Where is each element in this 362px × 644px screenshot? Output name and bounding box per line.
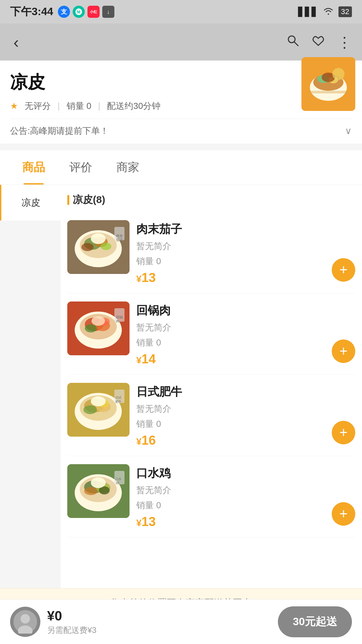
- svg-point-22: [91, 233, 106, 244]
- category-title: 凉皮(8): [73, 193, 105, 207]
- add-button-4[interactable]: +: [332, 502, 355, 526]
- add-button-2[interactable]: +: [332, 339, 355, 363]
- xiaohong-icon: 小红: [87, 6, 100, 18]
- product-info-3: 日式肥牛 暂无简介 销量 0 ¥16: [136, 383, 325, 448]
- product-item: 日式 肥牛 日式肥牛 暂无简介 销量 0 ¥16 +: [67, 375, 355, 456]
- wifi-icon: [323, 6, 334, 18]
- price-yuan-1: ¥: [136, 274, 142, 284]
- announcement-text: 公告:高峰期请提前下单！: [10, 125, 109, 137]
- tab-reviews[interactable]: 评价: [57, 150, 104, 185]
- cart-min-order: 另需配送费¥3: [47, 625, 271, 636]
- svg-point-20: [81, 243, 94, 251]
- category-bar-indicator: [67, 195, 69, 205]
- product-item: 回锅 肉 回锅肉 暂无简介 销量 0 ¥14 +: [67, 293, 355, 375]
- nav-left: ‹: [10, 30, 22, 55]
- svg-point-57: [21, 614, 30, 623]
- favorite-button[interactable]: [312, 34, 325, 50]
- product-sales-1: 销量 0: [136, 255, 325, 267]
- status-bar: 下午3:44 支 M 小红 ↓ ▋▋▋ 32: [0, 0, 362, 24]
- thumbnail-food-image: [301, 57, 355, 111]
- store-delivery-time: 配送约30分钟: [107, 100, 160, 112]
- price-yuan-3: ¥: [136, 436, 142, 447]
- svg-text:M: M: [77, 10, 80, 14]
- product-item: 口水 鸡 口水鸡 暂无简介 销量 0 ¥13 +: [67, 456, 355, 537]
- add-button-1[interactable]: +: [332, 258, 355, 282]
- product-info-2: 回锅肉 暂无简介 销量 0 ¥14: [136, 301, 325, 366]
- svg-text:茄子: 茄子: [116, 238, 123, 242]
- tab-merchant[interactable]: 商家: [104, 150, 151, 185]
- sidebar: 凉皮: [0, 185, 61, 588]
- product-list: 凉皮(8) 肉末 茄子 肉末茄子: [61, 185, 362, 588]
- status-icons: 支 M 小红 ↓: [58, 6, 114, 18]
- product-sales-3: 销量 0: [136, 418, 325, 430]
- product-image-3: 日式 肥牛: [67, 383, 130, 437]
- download-icon: ↓: [102, 6, 114, 18]
- svg-line-3: [294, 42, 298, 46]
- svg-text:日式: 日式: [115, 396, 121, 399]
- product-price-3: ¥16: [136, 433, 325, 448]
- svg-point-21: [101, 243, 111, 250]
- svg-point-33: [92, 316, 105, 326]
- svg-text:肉: 肉: [116, 319, 119, 323]
- product-price-2: ¥14: [136, 352, 325, 366]
- store-meta: ★ 无评分 | 销量 0 | 配送约30分钟: [10, 100, 352, 112]
- store-sales: 销量 0: [67, 100, 92, 112]
- product-image-2: 回锅 肉: [67, 301, 130, 355]
- store-rating: 无评分: [25, 100, 51, 112]
- tab-products[interactable]: 商品: [10, 150, 57, 185]
- product-image-4: 口水 鸡: [67, 464, 130, 518]
- svg-text:鸡: 鸡: [116, 481, 119, 485]
- announcement-bar: 公告:高峰期请提前下单！ ∨: [10, 119, 352, 144]
- svg-point-53: [84, 487, 98, 495]
- back-button[interactable]: ‹: [10, 30, 22, 55]
- add-button-3[interactable]: +: [332, 421, 355, 444]
- chevron-down-icon[interactable]: ∨: [345, 125, 352, 136]
- status-time: 下午3:44: [10, 4, 53, 19]
- product-name-3: 日式肥牛: [136, 384, 325, 400]
- cart-avatar: [10, 607, 40, 637]
- product-desc-4: 暂无简介: [136, 484, 325, 496]
- svg-text:口水: 口水: [115, 477, 121, 481]
- svg-point-44: [91, 396, 106, 406]
- content-area: 凉皮 凉皮(8) 肉末 茄子: [0, 185, 362, 588]
- bottom-bar: ¥0 另需配送费¥3 30元起送: [0, 599, 362, 644]
- signal-icon: ▋▋▋: [298, 7, 318, 17]
- svg-text:肉末: 肉末: [116, 234, 123, 238]
- product-name-4: 口水鸡: [136, 466, 325, 481]
- search-button[interactable]: [286, 34, 299, 50]
- svg-text:肥牛: 肥牛: [115, 400, 121, 403]
- product-sales-4: 销量 0: [136, 499, 325, 511]
- product-sales-2: 销量 0: [136, 337, 325, 349]
- more-button[interactable]: ⋮: [337, 34, 352, 51]
- product-name-1: 肉末茄子: [136, 222, 325, 237]
- battery-indicator: 32: [338, 6, 352, 17]
- status-right: ▋▋▋ 32: [298, 6, 352, 18]
- product-desc-2: 暂无简介: [136, 322, 325, 333]
- product-price-4: ¥13: [136, 515, 325, 529]
- svg-text:回锅: 回锅: [116, 315, 123, 319]
- svg-point-55: [91, 477, 106, 488]
- nav-bar: ‹ ⋮: [0, 24, 362, 61]
- svg-point-42: [83, 405, 97, 414]
- product-info-1: 肉末茄子 暂无简介 销量 0 ¥13: [136, 220, 325, 285]
- nav-right: ⋮: [286, 34, 352, 51]
- store-header: 凉皮 ★ 无评分 | 销量 0 | 配送约30分钟 公告:高峰期请提前下单！ ∨: [0, 61, 362, 144]
- star-icon: ★: [10, 101, 18, 111]
- tab-bar: 商品 评价 商家: [0, 150, 362, 185]
- svg-point-10: [332, 68, 345, 80]
- checkout-button[interactable]: 30元起送: [278, 606, 352, 637]
- cart-price: ¥0: [47, 608, 271, 623]
- status-left: 下午3:44 支 M 小红 ↓: [10, 4, 114, 19]
- product-desc-1: 暂无简介: [136, 240, 325, 252]
- price-yuan-2: ¥: [136, 355, 142, 365]
- category-header: 凉皮(8): [67, 185, 355, 212]
- product-price-1: ¥13: [136, 271, 325, 285]
- price-yuan-4: ¥: [136, 518, 142, 528]
- product-info-4: 口水鸡 暂无简介 销量 0 ¥13: [136, 464, 325, 529]
- product-desc-3: 暂无简介: [136, 403, 325, 415]
- product-item: 肉末 茄子 肉末茄子 暂无简介 销量 0 ¥13 +: [67, 212, 355, 293]
- product-name-2: 回锅肉: [136, 303, 325, 318]
- meituan-icon: M: [73, 6, 85, 18]
- sidebar-item-liangpi[interactable]: 凉皮: [0, 185, 61, 220]
- alipay-icon: 支: [58, 6, 70, 18]
